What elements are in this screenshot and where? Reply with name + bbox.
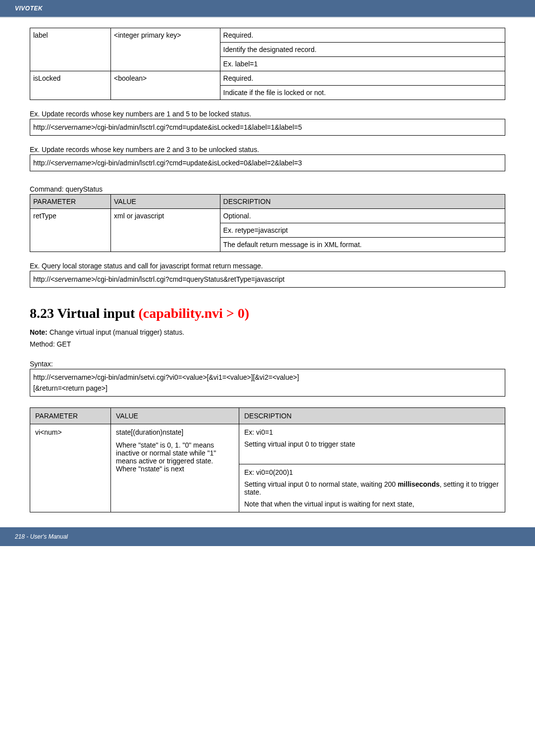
main-content: label <integer primary key> Required. Id… [0, 18, 535, 527]
url-server: <servername> [51, 275, 95, 283]
example-text-3: Ex. Query local storage status and call … [30, 262, 505, 270]
url-rest: /cgi-bin/admin/lsctrl.cgi?cmd=update&isL… [95, 159, 302, 167]
url-prefix: http:// [33, 275, 51, 283]
url-prefix: http:// [33, 123, 51, 131]
section-title: 8.23 Virtual input [30, 305, 138, 321]
syntax-line-1: http://<servername>/cgi-bin/admin/setvi.… [33, 373, 502, 381]
section-heading: 8.23 Virtual input (capability.nvi > 0) [30, 305, 505, 321]
url-server: <servername> [51, 123, 95, 131]
command-label: Command: queryStatus [30, 185, 505, 193]
url-box-3: http://<servername>/cgi-bin/admin/lsctrl… [30, 271, 505, 288]
table-row: isLocked <boolean> Required. [30, 71, 505, 86]
cell-desc: Required. [220, 28, 505, 43]
cell-desc: Ex: vi0=0(200)1 Setting virtual input 0 … [239, 464, 505, 512]
header-parameter: PARAMETER [30, 408, 111, 424]
cell-desc: The default return message is in XML for… [220, 238, 505, 252]
syntax-line-2: [&return=<return page>] [33, 384, 502, 392]
header-value: VALUE [111, 195, 220, 209]
cell-desc: Optional. [220, 209, 505, 223]
url-server: <servername> [51, 159, 95, 167]
cell-value: xml or javascript [111, 209, 220, 252]
desc-line: Setting virtual input 0 to normal state,… [244, 480, 500, 496]
header-bar: VIVOTEK [0, 0, 535, 17]
header-description: DESCRIPTION [239, 408, 505, 424]
syntax-label: Syntax: [30, 360, 505, 368]
note-line: Note: Change virtual input (manual trigg… [30, 328, 505, 336]
brand-label: VIVOTEK [15, 5, 43, 12]
cell-param: label [30, 28, 111, 71]
param-table-1: label <integer primary key> Required. Id… [30, 28, 505, 100]
header-parameter: PARAMETER [30, 195, 111, 209]
cell-desc: Ex. label=1 [220, 57, 505, 71]
cell-desc: Ex. retype=javascript [220, 223, 505, 238]
cell-desc: Ex: vi0=1 Setting virtual input 0 to tri… [239, 424, 505, 464]
url-box-1: http://<servername>/cgi-bin/admin/lsctrl… [30, 119, 505, 136]
desc-line: Ex: vi0=0(200)1 [244, 468, 500, 476]
value-line: state[(duration)nstate] [116, 428, 234, 436]
desc-line: Ex: vi0=1 [244, 428, 500, 436]
cell-value: <integer primary key> [111, 28, 220, 71]
note-text: Change virtual input (manual trigger) st… [48, 328, 184, 336]
url-box-2: http://<servername>/cgi-bin/admin/lsctrl… [30, 154, 505, 171]
note-label: Note: [30, 328, 48, 336]
footer-bar: 218 - User's Manual [0, 527, 535, 546]
header-description: DESCRIPTION [220, 195, 505, 209]
cell-desc: Required. [220, 71, 505, 86]
table-header-row: PARAMETER VALUE DESCRIPTION [30, 408, 505, 424]
cell-value: state[(duration)nstate] Where "state" is… [111, 424, 239, 512]
cell-desc: Identify the designated record. [220, 43, 505, 57]
table-header-row: PARAMETER VALUE DESCRIPTION [30, 195, 505, 209]
url-rest: /cgi-bin/admin/lsctrl.cgi?cmd=update&isL… [95, 123, 302, 131]
desc-line: Note that when the virtual input is wait… [244, 500, 500, 508]
cell-param: isLocked [30, 71, 111, 100]
param-table-2: PARAMETER VALUE DESCRIPTION retType xml … [30, 194, 505, 252]
cell-value: <boolean> [111, 71, 220, 100]
table-row: vi<num> state[(duration)nstate] Where "s… [30, 424, 505, 464]
value-line: Where "state" is 0, 1. "0" means inactiv… [116, 441, 234, 473]
vi-table: PARAMETER VALUE DESCRIPTION vi<num> stat… [30, 407, 505, 512]
table-row: retType xml or javascript Optional. [30, 209, 505, 223]
example-text-2: Ex. Update records whose key numbers are… [30, 146, 505, 153]
cell-desc: Indicate if the file is locked or not. [220, 86, 505, 100]
cell-param: retType [30, 209, 111, 252]
table-row: label <integer primary key> Required. [30, 28, 505, 43]
desc-line: Setting virtual input 0 to trigger state [244, 440, 500, 448]
url-rest: /cgi-bin/admin/lsctrl.cgi?cmd=queryStatu… [95, 275, 284, 283]
syntax-box: http://<servername>/cgi-bin/admin/setvi.… [30, 369, 505, 397]
section-title-red: (capability.nvi > 0) [138, 305, 249, 321]
url-prefix: http:// [33, 159, 51, 167]
method-line: Method: GET [30, 340, 505, 348]
cell-param: vi<num> [30, 424, 111, 512]
example-text-1: Ex. Update records whose key numbers are… [30, 110, 505, 118]
header-value: VALUE [111, 408, 239, 424]
footer-text: 218 - User's Manual [15, 533, 68, 540]
